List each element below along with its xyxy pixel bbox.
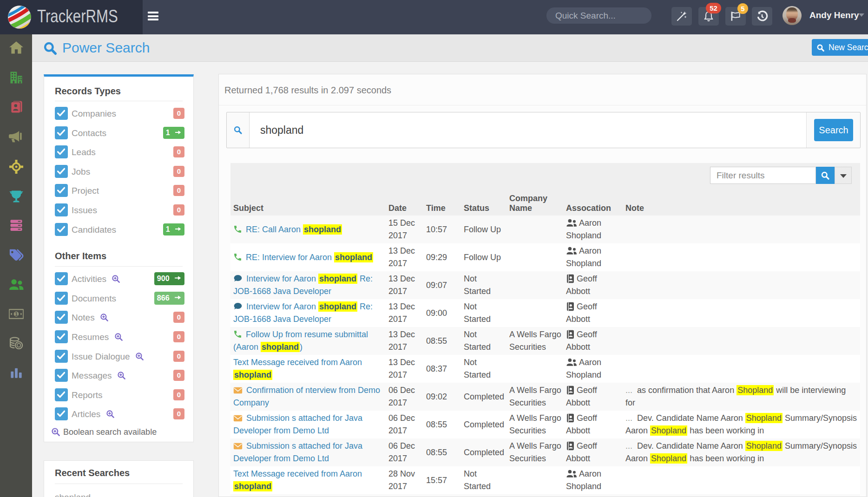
svg-text:1: 1 [14, 311, 17, 317]
